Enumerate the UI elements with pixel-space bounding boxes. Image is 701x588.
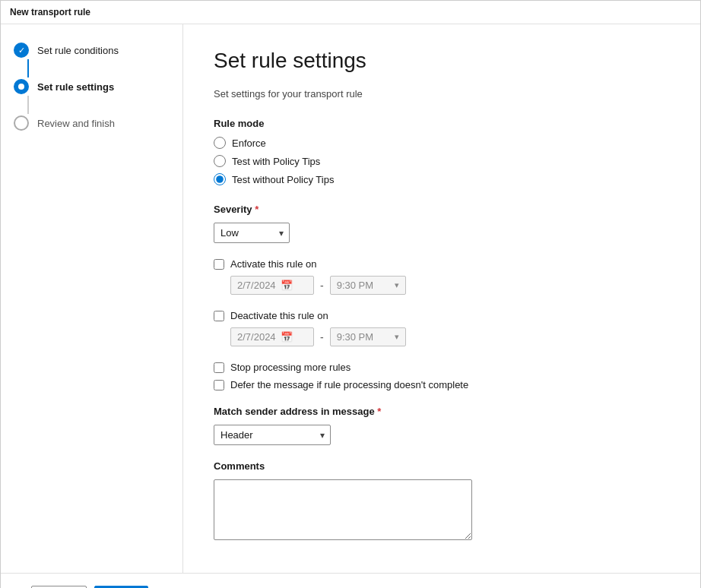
defer-message-label[interactable]: Defer the message if rule processing doe…	[230, 379, 468, 390]
processing-section: Stop processing more rules Defer the mes…	[214, 362, 670, 390]
sidebar: ✓ Set rule conditions Set ru	[1, 24, 183, 573]
step-connector-1	[27, 59, 29, 77]
match-sender-label: Match sender address in message	[214, 406, 670, 417]
activate-date-time-row: 2/7/2024 📅 - 9:30 PM ▾	[230, 276, 670, 295]
match-sender-select[interactable]: Header Envelope Header or Envelope	[214, 425, 331, 445]
deactivate-rule-checkbox[interactable]	[214, 311, 224, 321]
sidebar-item-set-rule-settings[interactable]: Set rule settings	[37, 81, 114, 93]
activate-time-field[interactable]: 9:30 PM ▾	[330, 276, 406, 295]
deactivate-date-field[interactable]: 2/7/2024 📅	[230, 327, 314, 346]
comments-label: Comments	[214, 460, 670, 472]
activate-rule-checkbox[interactable]	[214, 259, 224, 270]
sidebar-item-set-rule-conditions[interactable]: Set rule conditions	[37, 44, 119, 56]
deactivate-time-chevron-icon: ▾	[395, 332, 399, 342]
radio-test-with[interactable]: Test with Policy Tips	[214, 155, 670, 167]
match-sender-section: Match sender address in message Header E…	[214, 406, 670, 445]
deactivate-rule-label[interactable]: Deactivate this rule on	[230, 310, 328, 321]
defer-message-checkbox[interactable]	[214, 380, 224, 390]
activate-date-field[interactable]: 2/7/2024 📅	[230, 276, 314, 295]
step-connector-2	[27, 96, 29, 114]
deactivate-rule-section: Deactivate this rule on 2/7/2024 📅 - 9:3…	[214, 310, 670, 346]
stop-processing-row: Stop processing more rules	[214, 362, 670, 373]
radio-enforce-input[interactable]	[214, 137, 226, 149]
activate-rule-section: Activate this rule on 2/7/2024 📅 - 9:30 …	[214, 258, 670, 295]
radio-test-without[interactable]: Test without Policy Tips	[214, 173, 670, 185]
severity-select[interactable]: Low Medium High	[214, 223, 290, 243]
activate-time-chevron-icon: ▾	[395, 280, 399, 290]
rule-mode-radio-group: Enforce Test with Policy Tips Test witho…	[214, 137, 670, 185]
comments-textarea[interactable]	[214, 479, 472, 540]
rule-mode-section: Rule mode Enforce Test with Policy Tips	[214, 118, 670, 185]
title-bar: New transport rule	[1, 1, 700, 24]
deactivate-time-field[interactable]: 9:30 PM ▾	[330, 327, 406, 346]
deactivate-calendar-icon: 📅	[281, 331, 293, 343]
activate-calendar-icon: 📅	[281, 280, 293, 291]
content-area: Set rule settings Set settings for your …	[183, 24, 700, 573]
activate-rule-label[interactable]: Activate this rule on	[230, 258, 316, 270]
deactivate-date-time-row: 2/7/2024 📅 - 9:30 PM ▾	[230, 327, 670, 346]
defer-message-row: Defer the message if rule processing doe…	[214, 379, 670, 390]
activate-rule-row: Activate this rule on	[214, 258, 670, 270]
page-subtitle: Set settings for your transport rule	[214, 88, 670, 100]
radio-test-with-input[interactable]	[214, 155, 226, 167]
match-sender-dropdown-wrap: Header Envelope Header or Envelope	[214, 425, 331, 445]
rule-mode-label: Rule mode	[214, 118, 670, 129]
severity-section: Severity Low Medium High	[214, 204, 670, 243]
sidebar-item-review-and-finish[interactable]: Review and finish	[37, 117, 115, 129]
step-circle-2	[14, 79, 29, 94]
stop-processing-checkbox[interactable]	[214, 362, 224, 373]
severity-dropdown-wrap: Low Medium High	[214, 223, 290, 243]
stop-processing-label[interactable]: Stop processing more rules	[230, 362, 350, 373]
step-row-3: Review and finish	[13, 115, 170, 131]
severity-label: Severity	[214, 204, 670, 215]
step-row-2: Set rule settings	[13, 79, 170, 94]
step-circle-1: ✓	[14, 43, 29, 58]
page-title: Set rule settings	[214, 49, 670, 73]
step-row-1: ✓ Set rule conditions	[13, 43, 170, 58]
comments-section: Comments	[214, 460, 670, 542]
radio-test-without-input[interactable]	[214, 173, 226, 185]
footer: Back Next	[1, 573, 700, 588]
title-bar-label: New transport rule	[10, 7, 90, 17]
step-circle-3	[14, 115, 29, 131]
deactivate-rule-row: Deactivate this rule on	[214, 310, 670, 321]
radio-enforce[interactable]: Enforce	[214, 137, 670, 149]
